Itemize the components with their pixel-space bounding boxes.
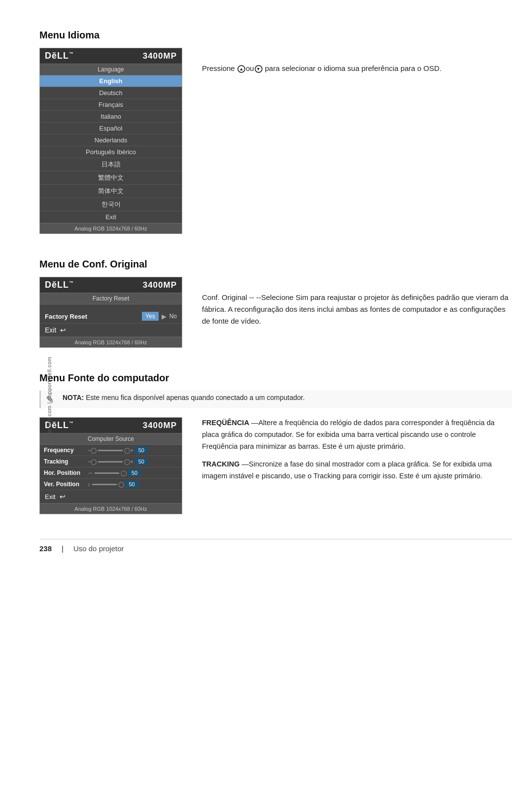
- note-text: NOTA: Este menu fica disponível apenas q…: [63, 394, 305, 401]
- exit-label-cs: Exit: [45, 493, 56, 500]
- osd-ver-pos-row[interactable]: Ver. Position ↕ ◯ 50: [40, 479, 182, 490]
- osd-tracking-row[interactable]: Tracking −◯ ◯+ 50: [40, 456, 182, 467]
- dell-logo: DĕLL™: [45, 51, 74, 61]
- up-btn-icon: ▲: [237, 65, 245, 73]
- section-conf-desc: Conf. Original -- --Selecione Sim para r…: [202, 277, 512, 327]
- footer-label: Uso do projetor: [73, 544, 124, 553]
- desc-conf-text: Conf. Original -- --Selecione Sim para r…: [202, 293, 508, 325]
- hor-pos-controls: ↔ ◯ 50: [88, 469, 178, 476]
- section-conf-original: Menu de Conf. Original DĕLL™ 3400MP Fact…: [39, 259, 512, 348]
- track-minus-icon: −◯: [88, 459, 97, 465]
- osd-cs-box: DĕLL™ 3400MP Computer Source Frequency −…: [39, 417, 182, 514]
- section-cs-desc: FREQÜÊNCIA —Altere a freqüência do relóg…: [202, 417, 512, 482]
- section-cs-title: Menu Fonte do computador: [39, 372, 512, 384]
- osd-idioma-header: DĕLL™ 3400MP: [40, 48, 182, 64]
- section-idioma: Menu Idioma DĕLL™ 3400MP Language Englis…: [39, 30, 512, 234]
- frequency-value: 50: [135, 447, 148, 454]
- osd-conf-section-label: Factory Reset: [40, 293, 182, 304]
- track-desc: —Sincronize a fase do sinal mostrador co…: [202, 460, 492, 480]
- ver-plus-icon: ◯: [118, 481, 124, 488]
- osd-lang-simp-chinese[interactable]: 简体中文: [40, 185, 182, 198]
- note-box: ✎ NOTA: Este menu fica disponível apenas…: [39, 391, 512, 408]
- ver-slider[interactable]: [92, 484, 117, 485]
- hor-minus-icon: ↔: [88, 470, 93, 476]
- osd-cs-footer: Analog RGB 1024x768 / 60Hz: [40, 503, 182, 514]
- osd-cs-exit-row[interactable]: Exit ↩: [40, 490, 182, 503]
- osd-lang-exit[interactable]: Exit: [40, 211, 182, 223]
- exit-icon-conf: ↩: [60, 326, 66, 334]
- osd-lang-trad-chinese[interactable]: 繁體中文: [40, 171, 182, 185]
- osd-cs-model: 3400MP: [143, 421, 177, 431]
- factory-reset-label: Factory Reset: [45, 313, 87, 320]
- section-conf-title: Menu de Conf. Original: [39, 259, 512, 270]
- hor-slider[interactable]: [95, 472, 119, 474]
- ver-position-label: Ver. Position: [44, 481, 86, 488]
- footer-separator: |: [62, 544, 64, 553]
- osd-conf-exit-row[interactable]: Exit ↩: [40, 324, 182, 337]
- dell-logo-conf: DĕLL™: [45, 280, 74, 290]
- track-plus-icon: ◯+: [124, 459, 133, 465]
- hor-plus-icon: ◯: [121, 470, 127, 476]
- page-footer: 238 | Uso do projetor: [39, 539, 512, 553]
- osd-hor-pos-row[interactable]: Hor. Position ↔ ◯ 50: [40, 467, 182, 479]
- yes-button[interactable]: Yes: [142, 312, 159, 321]
- track-slider[interactable]: [98, 461, 123, 463]
- tracking-label: Tracking: [44, 458, 86, 465]
- osd-conf-header: DĕLL™ 3400MP: [40, 277, 182, 293]
- exit-label-conf: Exit: [45, 326, 56, 334]
- osd-idioma-box: DĕLL™ 3400MP Language English Deutsch Fr…: [39, 48, 182, 234]
- osd-lang-english[interactable]: English: [40, 75, 182, 87]
- osd-idioma-model: 3400MP: [143, 51, 177, 61]
- section-computer-source: Menu Fonte do computador ✎ NOTA: Este me…: [39, 372, 512, 514]
- note-content: Este menu fica disponível apenas quando …: [86, 394, 304, 401]
- factory-reset-value: Yes ▶ No: [142, 312, 177, 321]
- no-label: No: [169, 313, 177, 320]
- osd-factory-reset-row[interactable]: Factory Reset Yes ▶ No: [40, 309, 182, 324]
- osd-lang-nederlands[interactable]: Nederlands: [40, 134, 182, 146]
- side-text: www.dell.com | support.dell.com: [46, 357, 52, 441]
- freq-term: FREQÜÊNCIA: [202, 419, 249, 427]
- desc-idioma-text: Pressione ▲ou▼ para selecionar o idioma …: [202, 64, 441, 72]
- osd-idioma-footer: Analog RGB 1024x768 / 60Hz: [40, 223, 182, 233]
- down-btn-icon: ▼: [255, 65, 263, 73]
- note-label: NOTA:: [63, 394, 84, 401]
- osd-conf-box: DĕLL™ 3400MP Factory Reset Factory Reset…: [39, 277, 182, 348]
- osd-lang-japanese[interactable]: 日本語: [40, 158, 182, 171]
- page-number: 238: [39, 544, 52, 553]
- osd-lang-korean[interactable]: 한국어: [40, 198, 182, 211]
- tracking-controls: −◯ ◯+ 50: [88, 458, 178, 465]
- freq-slider[interactable]: [98, 450, 123, 451]
- osd-lang-portugues[interactable]: Português Ibérico: [40, 146, 182, 158]
- ver-minus-icon: ↕: [88, 481, 91, 487]
- ver-pos-controls: ↕ ◯ 50: [88, 481, 178, 488]
- osd-lang-francais[interactable]: Français: [40, 99, 182, 111]
- osd-frequency-row[interactable]: Frequency −◯ ◯+ 50: [40, 445, 182, 456]
- hor-position-value: 50: [128, 469, 141, 476]
- osd-lang-deutsch[interactable]: Deutsch: [40, 87, 182, 99]
- osd-cs-section-label: Computer Source: [40, 433, 182, 445]
- track-term: TRACKING: [202, 460, 240, 468]
- tracking-value: 50: [135, 458, 148, 465]
- osd-cs-header: DĕLL™ 3400MP: [40, 418, 182, 433]
- osd-idioma-section-label: Language: [40, 64, 182, 75]
- osd-lang-espanol[interactable]: Español: [40, 123, 182, 134]
- frequency-label: Frequency: [44, 447, 86, 454]
- freq-plus-icon: ◯+: [124, 447, 133, 454]
- section-idioma-title: Menu Idioma: [39, 30, 512, 41]
- osd-conf-footer: Analog RGB 1024x768 / 60Hz: [40, 337, 182, 347]
- hor-position-label: Hor. Position: [44, 469, 86, 476]
- osd-lang-italiano[interactable]: Italiano: [40, 111, 182, 123]
- ver-position-value: 50: [126, 481, 138, 488]
- freq-minus-icon: −◯: [88, 447, 97, 454]
- frequency-controls: −◯ ◯+ 50: [88, 447, 178, 454]
- osd-conf-model: 3400MP: [143, 280, 177, 290]
- section-idioma-desc: Pressione ▲ou▼ para selecionar o idioma …: [202, 48, 512, 74]
- exit-icon-cs: ↩: [60, 493, 66, 500]
